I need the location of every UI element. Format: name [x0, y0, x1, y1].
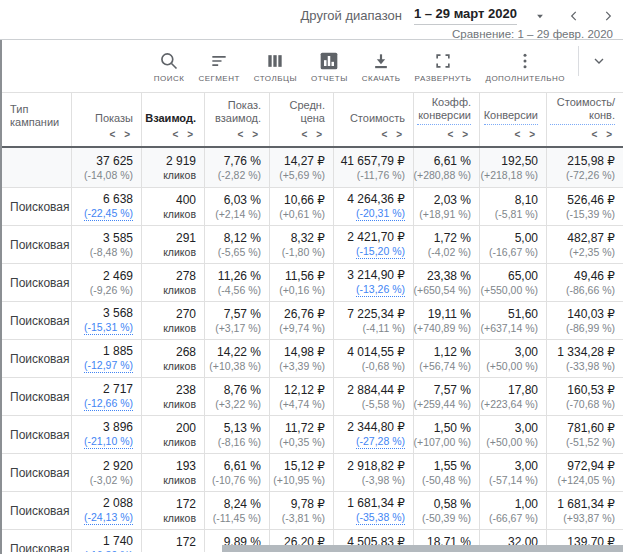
compare-toggle-icon[interactable]: < >	[515, 128, 538, 141]
metric-cell-impressions: 2 469(-9,26 %)	[72, 264, 142, 301]
metric-cell-interaction-rate: 14,22 %(+10,38 %)	[205, 340, 270, 377]
horizontal-scrollbar-thumb[interactable]	[222, 545, 623, 552]
compare-toggle-icon[interactable]: < >	[110, 128, 133, 141]
metric-value: 8,12 %	[224, 231, 261, 245]
prev-range-button[interactable]	[567, 9, 581, 23]
metric-value: 3 896	[103, 420, 133, 434]
metric-delta: (-15,39 %)	[566, 208, 615, 221]
compare-toggle-icon[interactable]: < >	[448, 128, 471, 141]
toolbar-item-label: СКАЧАТЬ	[362, 74, 401, 83]
significant-change-link[interactable]: (-12,97 %)	[84, 359, 133, 373]
metric-delta: (-1,80 %)	[282, 246, 325, 259]
significant-change-link[interactable]: (-15,20 %)	[356, 245, 405, 259]
toolbar-item-label: РАЗВЕРНУТЬ	[415, 74, 472, 83]
date-range-value[interactable]: 1 – 29 март 2020	[414, 6, 517, 25]
metric-value: 160,53 ₽	[567, 383, 615, 397]
metric-delta: (-11,45 %)	[213, 512, 261, 525]
column-header-campaign-type[interactable]: Тип кампании	[2, 93, 72, 146]
toolbar-item-download[interactable]: СКАЧАТЬ	[355, 49, 408, 83]
metric-value: 4 014,55 ₽	[347, 345, 405, 359]
metric-value: 5,00	[515, 231, 538, 245]
stats-table: Тип кампанииПоказы< >↓Взаимод.< >Показ. …	[2, 92, 623, 552]
metric-delta: (-33,98 %)	[566, 360, 615, 373]
metric-value: 3,00	[515, 459, 538, 473]
metric-cell-conv-rate: 1,55 %(-50,48 %)	[414, 454, 480, 491]
metric-cell-conv-rate: 19,11 %(+740,89 %)	[414, 302, 480, 339]
date-dropdown-icon[interactable]	[533, 9, 547, 23]
metric-cell-interactions: 278кликов	[142, 264, 205, 301]
significant-change-link[interactable]: (-24,13 %)	[84, 511, 133, 525]
metric-value: 526,46 ₽	[567, 193, 615, 207]
table-row: Поисковая2 469(-9,26 %)278кликов11,26 %(…	[2, 264, 623, 302]
metric-cell-cost: 2 344,80 ₽(-27,28 %)	[334, 416, 414, 453]
campaign-type-cell: Поисковая	[2, 530, 72, 552]
toolbar-item-search[interactable]: ПОИСК	[147, 49, 192, 83]
column-header-conversions[interactable]: Конверсии< >	[480, 93, 547, 146]
column-header-interaction-rate[interactable]: Показ. взаимод.< >	[205, 93, 270, 146]
metric-delta: (-14,08 %)	[84, 169, 133, 182]
metric-delta: (+3,17 %)	[215, 322, 261, 335]
metric-cell-conversions: 3,00(+50,00 %)	[480, 416, 547, 453]
significant-change-link[interactable]: (-16,39 %)	[84, 549, 133, 552]
compare-toggle-icon[interactable]: < >	[238, 128, 261, 141]
toolbar-item-columns[interactable]: СТОЛБЦЫ	[247, 49, 304, 83]
toolbar-item-reports[interactable]: ОТЧЕТЫ	[304, 49, 355, 83]
table-row: Поисковая2 088(-24,13 %)172кликов8,24 %(…	[2, 492, 623, 530]
metric-delta: (-3,98 %)	[362, 474, 405, 487]
metric-cell-interactions: 193кликов	[142, 454, 205, 491]
next-range-button[interactable]	[601, 9, 615, 23]
metric-value: 7,57 %	[434, 383, 471, 397]
toolbar-item-more[interactable]: ДОПОЛНИТЕЛЬНО	[478, 49, 572, 83]
metric-unit: кликов	[163, 436, 196, 449]
significant-change-link[interactable]: (-35,38 %)	[356, 511, 405, 525]
compare-toggle-icon[interactable]: < >	[173, 128, 196, 141]
toolbar-item-segment[interactable]: СЕГМЕНТ	[191, 49, 246, 83]
compare-toggle-icon[interactable]: < >	[382, 128, 405, 141]
table-row: Поисковая2 920(-3,02 %)193кликов6,61 %(-…	[2, 454, 623, 492]
campaign-type-cell	[2, 148, 72, 187]
column-header-cost-per-conv[interactable]: Стоимость/конв.< >	[547, 93, 623, 146]
column-header-conv-rate[interactable]: Коэфф. конверсии< >	[414, 93, 480, 146]
metric-value: 193	[176, 459, 196, 473]
significant-change-link[interactable]: (-27,28 %)	[356, 435, 405, 449]
toolbar-item-expand[interactable]: РАЗВЕРНУТЬ	[408, 49, 479, 83]
metric-value: 26,76 ₽	[284, 307, 325, 321]
column-header-interactions[interactable]: ↓Взаимод.< >	[142, 93, 205, 146]
metric-value: 2 469	[103, 269, 133, 283]
significant-change-link[interactable]: (-13,26 %)	[356, 283, 405, 297]
metric-value: 0,58 %	[434, 497, 471, 511]
metric-delta: (-50,39 %)	[422, 512, 471, 525]
column-header-cost[interactable]: Стоимость< >	[334, 93, 414, 146]
significant-change-link[interactable]: (-15,31 %)	[84, 321, 133, 335]
metric-unit: кликов	[163, 246, 196, 259]
collapse-table-button[interactable]	[585, 53, 617, 79]
metric-delta: (+3,39 %)	[279, 360, 325, 373]
metric-delta: (-0,68 %)	[362, 360, 405, 373]
metric-cell-avg-cost: 11,56 ₽(+0,16 %)	[270, 264, 334, 301]
campaign-type-cell: Поисковая	[2, 454, 72, 491]
significant-change-link[interactable]: (-21,10 %)	[84, 435, 133, 449]
significant-change-link[interactable]: (-20,31 %)	[356, 207, 405, 221]
metric-delta: (-8,48 %)	[90, 246, 133, 259]
compare-toggle-icon[interactable]: < >	[592, 128, 615, 141]
campaign-type: Поисковая	[10, 504, 69, 518]
metric-value: 11,56 ₽	[285, 269, 325, 283]
metric-cell-cost: 1 681,34 ₽(-35,38 %)	[334, 492, 414, 529]
column-header-label: Показы	[95, 112, 133, 125]
column-header-avg-cost[interactable]: Средн. цена< >	[270, 93, 334, 146]
significant-change-link[interactable]: (-12,66 %)	[84, 397, 133, 411]
metric-cell-cost-per-conv: 972,94 ₽(+124,05 %)	[547, 454, 623, 491]
metric-delta: (+259,44 %)	[414, 398, 472, 411]
metric-delta: (+93,87 %)	[563, 512, 615, 525]
campaign-type-cell: Поисковая	[2, 340, 72, 377]
metric-delta: (-70,68 %)	[566, 398, 615, 411]
metric-delta: (+550,00 %)	[481, 284, 539, 297]
compare-toggle-icon[interactable]: < >	[302, 128, 325, 141]
metric-value: 2 717	[103, 382, 133, 396]
column-header-impressions[interactable]: Показы< >	[72, 93, 142, 146]
metric-value: 268	[176, 345, 196, 359]
metric-value: 14,27 ₽	[284, 154, 325, 168]
metric-cell-impressions: 1 885(-12,97 %)	[72, 340, 142, 377]
metric-value: 2 920	[103, 459, 133, 473]
significant-change-link[interactable]: (-22,45 %)	[84, 207, 133, 221]
